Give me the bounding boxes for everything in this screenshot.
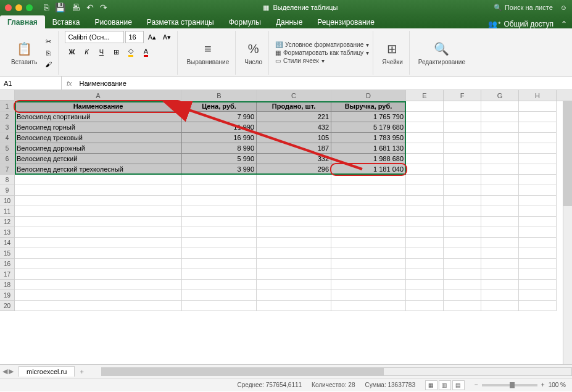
cell[interactable] [481, 269, 519, 280]
row-header[interactable]: 5 [0, 143, 15, 154]
cell[interactable] [15, 259, 182, 269]
cell[interactable] [331, 206, 406, 217]
row-header[interactable]: 19 [0, 290, 15, 301]
copy-button[interactable]: ⎘ [42, 48, 54, 58]
row-header[interactable]: 14 [0, 238, 15, 248]
tab-insert[interactable]: Вставка [45, 15, 88, 28]
cells-button[interactable]: ⊞ Ячейки [379, 39, 405, 67]
cell[interactable]: 1 765 790 [331, 112, 406, 122]
cell[interactable] [481, 248, 519, 259]
cell[interactable]: 432 [257, 122, 331, 133]
cell[interactable] [15, 238, 182, 248]
cell[interactable] [406, 217, 444, 227]
cell[interactable] [15, 217, 182, 227]
cell[interactable] [15, 248, 182, 259]
column-header[interactable]: F [444, 90, 481, 101]
cell[interactable] [331, 301, 406, 311]
cell[interactable]: Велосипед спортивный [15, 112, 182, 122]
tab-draw[interactable]: Рисование [87, 15, 139, 28]
cell[interactable] [257, 259, 331, 269]
cell[interactable]: 1 681 130 [331, 143, 406, 154]
save-icon[interactable]: 💾 [55, 2, 65, 12]
number-format-button[interactable]: % Число [242, 39, 265, 67]
cell[interactable] [182, 280, 257, 290]
zoom-in-button[interactable]: + [541, 382, 545, 388]
increase-font-button[interactable]: A▴ [145, 31, 159, 43]
cell[interactable]: Выручка, руб. [331, 101, 406, 112]
add-sheet-button[interactable]: + [75, 367, 88, 377]
cell[interactable] [481, 259, 519, 269]
cell[interactable] [444, 217, 481, 227]
cell[interactable] [257, 227, 331, 238]
cell[interactable] [406, 154, 444, 164]
cell[interactable] [182, 196, 257, 206]
sheet-nav-prev-icon[interactable]: ◀ [2, 367, 7, 375]
cell[interactable] [444, 185, 481, 196]
row-header[interactable]: 3 [0, 122, 15, 133]
cell[interactable] [406, 269, 444, 280]
cell[interactable]: Велосипед трековый [15, 133, 182, 143]
cell[interactable] [481, 101, 519, 112]
cell[interactable] [481, 143, 519, 154]
cell[interactable]: 7 990 [182, 112, 257, 122]
row-header[interactable]: 10 [0, 196, 15, 206]
cell[interactable] [481, 122, 519, 133]
tab-home[interactable]: Главная [0, 15, 45, 28]
row-header[interactable]: 20 [0, 301, 15, 311]
cell[interactable] [257, 290, 331, 301]
cell[interactable] [331, 269, 406, 280]
cell[interactable] [257, 248, 331, 259]
cell[interactable] [444, 175, 481, 185]
row-header[interactable]: 9 [0, 185, 15, 196]
tab-review[interactable]: Рецензирование [310, 15, 382, 28]
cell[interactable]: Продано, шт. [257, 101, 331, 112]
close-window-icon[interactable] [5, 4, 12, 11]
cell[interactable] [519, 227, 557, 238]
row-header[interactable]: 13 [0, 227, 15, 238]
cell[interactable] [406, 122, 444, 133]
cell[interactable]: Цена, руб. [182, 101, 257, 112]
cell[interactable] [519, 280, 557, 290]
cell[interactable] [519, 217, 557, 227]
cells-area[interactable]: НаименованиеЦена, руб.Продано, шт.Выручк… [15, 101, 557, 311]
cell[interactable] [15, 185, 182, 196]
cell[interactable] [331, 196, 406, 206]
row-header[interactable]: 7 [0, 164, 15, 175]
cell[interactable] [406, 101, 444, 112]
cell[interactable] [257, 185, 331, 196]
cell[interactable]: 3 990 [182, 164, 257, 175]
cell[interactable]: 1 783 950 [331, 133, 406, 143]
cell[interactable] [519, 112, 557, 122]
cell[interactable] [519, 248, 557, 259]
cell[interactable]: 8 990 [182, 143, 257, 154]
row-header[interactable]: 17 [0, 269, 15, 280]
column-header[interactable]: G [481, 90, 519, 101]
undo-icon[interactable]: ↶ [86, 2, 94, 12]
cell[interactable] [331, 227, 406, 238]
cell[interactable] [182, 269, 257, 280]
row-header[interactable]: 4 [0, 133, 15, 143]
row-header[interactable]: 6 [0, 154, 15, 164]
cell[interactable] [257, 280, 331, 290]
user-account-icon[interactable]: ☺ [560, 4, 567, 11]
cell[interactable] [182, 290, 257, 301]
row-header[interactable]: 18 [0, 280, 15, 290]
cell[interactable] [15, 196, 182, 206]
cell[interactable] [519, 133, 557, 143]
cell[interactable] [331, 238, 406, 248]
row-header[interactable]: 11 [0, 206, 15, 217]
cell[interactable] [406, 133, 444, 143]
cell[interactable] [406, 112, 444, 122]
cell[interactable] [257, 301, 331, 311]
minimize-window-icon[interactable] [15, 4, 22, 11]
cell[interactable] [15, 227, 182, 238]
paste-button[interactable]: 📋 Вставить [9, 39, 39, 67]
cell[interactable] [444, 101, 481, 112]
cell[interactable] [257, 175, 331, 185]
cell[interactable] [519, 185, 557, 196]
autosave-icon[interactable]: ⎘ [44, 2, 49, 12]
cell[interactable] [481, 217, 519, 227]
cell[interactable] [406, 175, 444, 185]
cell[interactable] [444, 196, 481, 206]
cell[interactable] [406, 280, 444, 290]
